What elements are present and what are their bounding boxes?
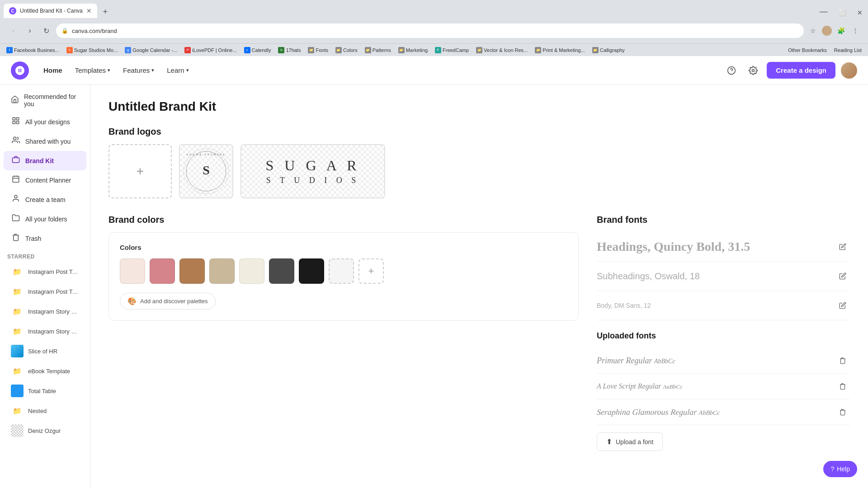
browser-close[interactable]: ✕: [852, 7, 868, 18]
create-design-button[interactable]: Create a design: [767, 62, 835, 79]
nav-templates[interactable]: Templates ▾: [70, 63, 116, 78]
bookmark-ilovepdf[interactable]: P iLovePDF | Online...: [182, 46, 239, 54]
nav-home[interactable]: Home: [38, 63, 68, 78]
bookmark-fonts[interactable]: 📁 Fonts: [305, 46, 331, 54]
logo-circular[interactable]: S SUGAR STUDIOS: [179, 144, 233, 198]
tab-favicon: C: [9, 7, 16, 14]
extensions-button[interactable]: 🧩: [835, 25, 846, 36]
starred-nested[interactable]: 📁 Nested: [4, 401, 86, 421]
bookmark-patterns[interactable]: 📁 Patterns: [362, 46, 394, 54]
color-swatch-5[interactable]: [239, 258, 264, 284]
svg-rect-3: [13, 117, 15, 120]
bookmark-sugar[interactable]: s Sugar Studios Mo...: [64, 46, 121, 54]
color-swatch-2[interactable]: [150, 258, 175, 284]
sidebar-item-all-designs[interactable]: All your designs: [4, 112, 86, 131]
help-nav-button[interactable]: [723, 62, 740, 79]
bookmark-calligraphy[interactable]: 📁 Calligraphy: [590, 46, 627, 54]
bookmark-label: Marketing: [406, 47, 428, 53]
main-content: Untitled Brand Kit Brand logos + S SUGAR…: [90, 85, 868, 488]
upload-font-button[interactable]: ⬆ Upload a font: [597, 432, 663, 451]
bookmark-marketing[interactable]: 📁 Marketing: [396, 46, 430, 54]
bookmark-vector[interactable]: 📁 Vector & Icon Res...: [473, 46, 530, 54]
app: Home Templates ▾ Features ▾ Learn ▾ Crea…: [0, 56, 868, 488]
delete-font-1-button[interactable]: [835, 353, 850, 368]
folder-thumb: 📁: [11, 285, 24, 298]
sidebar-item-create-team[interactable]: Create a team: [4, 190, 86, 209]
add-palette-button[interactable]: 🎨 Add and discover palettes: [120, 293, 216, 310]
svg-rect-8: [13, 158, 19, 163]
add-color-button[interactable]: +: [359, 258, 384, 284]
bookmark-facebook[interactable]: f Facebook Busines...: [4, 46, 62, 54]
color-swatch-empty[interactable]: [329, 258, 354, 284]
starred-deniz[interactable]: Deniz Ozgur: [4, 421, 86, 441]
sidebar-item-brand-kit[interactable]: Brand Kit: [4, 151, 86, 170]
starred-slice-of-hr[interactable]: Slice of HR: [4, 341, 86, 361]
bookmark-print[interactable]: 📁 Print & Marketing...: [532, 46, 588, 54]
bookmark-label: iLovePDF | Online...: [192, 47, 236, 53]
add-logo-button[interactable]: +: [108, 144, 172, 198]
nav-learn[interactable]: Learn ▾: [161, 63, 194, 78]
edit-heading-font-button[interactable]: [835, 239, 850, 254]
starred-instagram-1[interactable]: 📁 Instagram Post Templa...: [4, 262, 86, 282]
browser-maximize[interactable]: ⬜: [833, 7, 852, 18]
bookmark-17hats[interactable]: h 17hats: [275, 46, 303, 54]
starred-instagram-story-2[interactable]: 📁 Instagram Story Templa...: [4, 321, 86, 341]
svg-point-13: [14, 195, 17, 198]
logo-wide[interactable]: S U G A R S T U D I O S: [241, 144, 385, 198]
bookmark-colors[interactable]: 📁 Colors: [333, 46, 360, 54]
grid-icon: [11, 117, 21, 127]
profile-button[interactable]: [822, 26, 832, 36]
sidebar-item-content-planner[interactable]: Content Planner: [4, 170, 86, 190]
starred-item-label: Nested: [28, 408, 47, 414]
nav-templates-label: Templates: [75, 66, 106, 74]
bookmark-other[interactable]: Other Bookmarks: [785, 47, 830, 54]
color-swatch-1[interactable]: [120, 258, 145, 284]
uploaded-font-3: Seraphina Glamorous Regular AbBbCc: [597, 399, 850, 425]
starred-instagram-story-1[interactable]: 📁 Instagram Story Templa...: [4, 301, 86, 321]
bookmark-label: Sugar Studios Mo...: [74, 47, 118, 53]
bookmark-label: Google Calendar -...: [132, 47, 177, 53]
starred-total-table[interactable]: Total Table: [4, 381, 86, 401]
address-bar[interactable]: 🔒 canva.com/brand: [56, 23, 804, 38]
new-tab-button[interactable]: +: [99, 5, 112, 18]
edit-body-font-button[interactable]: [835, 298, 850, 313]
color-swatches: +: [120, 258, 567, 284]
help-button[interactable]: ? Help: [823, 461, 857, 477]
brand-logos-container: + S SUGAR STUDIOS S U G A R S T U D I O …: [108, 144, 850, 198]
settings-nav-button[interactable]: [745, 62, 761, 79]
sidebar-all-designs-label: All your designs: [25, 118, 70, 126]
edit-subheading-font-button[interactable]: [835, 269, 850, 283]
nav-features[interactable]: Features ▾: [118, 63, 160, 78]
color-swatch-4[interactable]: [209, 258, 235, 284]
bookmark-gcal[interactable]: g Google Calendar -...: [122, 46, 180, 54]
tab-close-button[interactable]: ✕: [86, 7, 92, 14]
bookmark-freedcamp[interactable]: F FreedCamp: [432, 46, 472, 54]
canva-logo[interactable]: [11, 61, 29, 80]
bookmark-calendly[interactable]: c Calendly: [241, 46, 274, 54]
tab-bar: C Untitled Brand Kit - Canva ✕ + — ⬜ ✕: [0, 0, 868, 18]
upload-icon: ⬆: [606, 437, 612, 446]
sidebar-item-trash[interactable]: Trash: [4, 229, 86, 248]
more-menu-button[interactable]: ⋮: [850, 25, 861, 36]
color-swatch-3[interactable]: [179, 258, 205, 284]
color-swatch-7[interactable]: [299, 258, 324, 284]
user-avatar[interactable]: [841, 62, 857, 79]
color-swatch-6[interactable]: [269, 258, 294, 284]
sidebar-item-shared[interactable]: Shared with you: [4, 131, 86, 151]
forward-button[interactable]: ›: [24, 24, 36, 37]
sidebar-item-recommended[interactable]: Recommended for you: [4, 89, 86, 112]
sidebar-item-all-folders[interactable]: All your folders: [4, 209, 86, 229]
active-tab[interactable]: C Untitled Brand Kit - Canva ✕: [4, 4, 97, 18]
upload-font-label: Upload a font: [616, 438, 653, 446]
delete-font-2-button[interactable]: [835, 379, 850, 394]
starred-ebook[interactable]: 📁 eBook Template: [4, 361, 86, 381]
starred-item-label: Instagram Post Templa...: [28, 288, 79, 295]
browser-minimize[interactable]: —: [814, 5, 833, 18]
bookmark-favicon: 📁: [592, 47, 599, 53]
delete-font-3-button[interactable]: [835, 405, 850, 419]
starred-instagram-2[interactable]: 📁 Instagram Post Templa...: [4, 282, 86, 301]
bookmark-star-button[interactable]: ☆: [807, 25, 818, 36]
bookmark-reading-list[interactable]: Reading List: [831, 47, 864, 54]
reload-button[interactable]: ↻: [40, 24, 52, 37]
back-button[interactable]: ‹: [7, 24, 20, 37]
